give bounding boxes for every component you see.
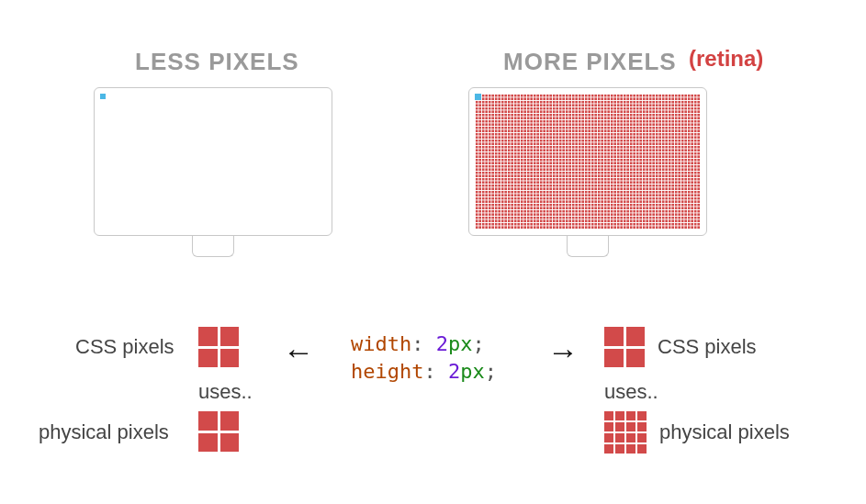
heading-less-pixels: LESS PIXELS xyxy=(135,48,299,76)
label-physical-pixels-left: physical pixels xyxy=(39,420,169,444)
css-pixels-icon xyxy=(198,327,239,367)
screen-standard-icon xyxy=(100,94,326,230)
arrow-right-icon: → xyxy=(547,336,579,367)
monitor-stand-icon xyxy=(192,236,234,257)
screen-retina-icon xyxy=(475,94,701,230)
label-css-pixels-right: CSS pixels xyxy=(658,335,757,359)
code-prop-width: width xyxy=(351,332,411,355)
highlighted-pixel-icon xyxy=(475,94,481,100)
heading-retina: (retina) xyxy=(689,46,763,72)
monitor-bezel xyxy=(94,87,332,236)
physical-pixels-1x-icon xyxy=(198,411,239,452)
code-value-width: 2 xyxy=(436,332,448,355)
monitor-retina xyxy=(468,87,707,257)
label-uses-right: uses.. xyxy=(604,380,658,404)
css-snippet: width: 2px; height: 2px; xyxy=(351,330,497,385)
monitor-bezel xyxy=(468,87,707,236)
physical-pixels-2x-icon xyxy=(604,411,647,454)
label-css-pixels-left: CSS pixels xyxy=(75,335,174,359)
heading-more-pixels: MORE PIXELS xyxy=(503,48,677,76)
label-uses-left: uses.. xyxy=(198,380,253,404)
monitor-standard xyxy=(94,87,332,257)
arrow-left-icon: ← xyxy=(283,336,314,367)
label-physical-pixels-right: physical pixels xyxy=(659,420,790,444)
highlighted-pixel-icon xyxy=(100,94,106,99)
css-pixels-icon xyxy=(604,327,645,367)
monitor-stand-icon xyxy=(567,236,609,257)
code-prop-height: height xyxy=(351,360,423,383)
code-unit-height: px xyxy=(460,360,485,383)
code-unit-width: px xyxy=(448,332,473,355)
code-value-height: 2 xyxy=(448,360,460,383)
